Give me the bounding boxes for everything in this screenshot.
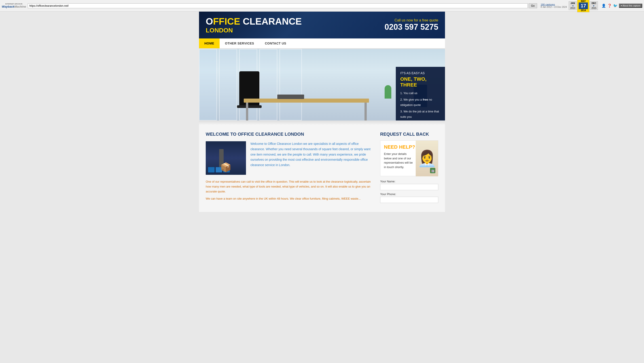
nav-list: HOME OTHER SERVICES CONTACT US (199, 38, 445, 48)
nav-link-other-services[interactable]: OTHER SERVICES (220, 38, 260, 48)
site-wrapper: OFFICE CLEARANCE LONDON Call us now for … (199, 12, 445, 212)
logo-clearance: C (243, 16, 250, 26)
name-label: Your Name: (380, 180, 438, 183)
url-bar[interactable]: Go (28, 3, 537, 8)
logo-clearance-rest: LEARANCE (250, 16, 302, 26)
nav-link-home[interactable]: HOME (199, 38, 220, 48)
go-button[interactable]: Go (528, 3, 537, 8)
robot-icon: 🤖 (430, 168, 435, 173)
hero-divider (199, 120, 445, 125)
nav-link-contact-us[interactable]: CONTACT US (260, 38, 292, 48)
keyboard (277, 94, 304, 99)
social-icons: 🐦 (613, 3, 618, 8)
img-person (219, 149, 224, 167)
year-jan[interactable]: JAN ◄ 2013 (569, 1, 577, 10)
wayback-machine-label: WaybackMachine (2, 5, 26, 8)
wayback-logo: INTERNET ARCHIVE WaybackMachine (2, 3, 26, 8)
logo-line1: OFFICE CLEARANCE (206, 16, 302, 27)
glass-panel-2 (219, 49, 237, 120)
logo-london: LONDON (206, 27, 302, 34)
img-crates (208, 167, 230, 173)
hero-section: IT'S AS EASY AS ONE, TWO, THREE 1. You c… (199, 49, 445, 120)
hero-step-3: 3. We do the job at a time that suits yo… (400, 109, 440, 119)
welcome-intro-text: Welcome to Office Clearance London we ar… (250, 141, 374, 175)
about-capture-button[interactable]: ▾ About this capture (619, 3, 642, 8)
sidebar: REQUEST CALL BACK NEED HELP? Enter your … (380, 132, 438, 205)
calendar-day: 17 (579, 2, 588, 9)
logo-office: O (206, 16, 213, 26)
contact-area: Call us now for a free quote 0203 597 52… (384, 18, 438, 32)
glass-panel-4 (260, 49, 277, 120)
office-chair-seat (237, 105, 262, 108)
hero-easy-text: IT'S AS EASY AS (400, 71, 440, 75)
site-header: OFFICE CLEARANCE LONDON Call us now for … (199, 12, 445, 38)
content-area: WELCOME TO OFFICE CLEARANCE LONDON Welco… (199, 125, 445, 212)
hero-step-2: 2. We give you a free no obligation quot… (400, 97, 440, 107)
url-input[interactable] (28, 3, 528, 8)
desk-leg-left (246, 103, 248, 120)
glass-panel-5 (280, 49, 302, 120)
plant (384, 85, 391, 99)
welcome-image (206, 141, 246, 175)
nav-item-home[interactable]: HOME (199, 38, 220, 48)
wayback-toolbar: INTERNET ARCHIVE WaybackMachine Go 166 c… (0, 0, 644, 12)
captures-date: 8 Jan 2012 – 23 Dec 2024 (541, 6, 567, 8)
desk-leg-right (364, 103, 367, 120)
phone-input[interactable] (380, 197, 438, 203)
need-help-text: Enter your details below and one of our … (384, 152, 414, 169)
ia-text: INTERNET ARCHIVE (5, 3, 22, 5)
call-free-text: Call us now for a free quote (384, 18, 438, 22)
nav-bar: HOME OTHER SERVICES CONTACT US (199, 38, 445, 49)
hero-step-1: 1. You call us (400, 90, 440, 96)
welcome-title: WELCOME TO OFFICE CLEARANCE LONDON (206, 132, 374, 137)
year-may-active[interactable]: MAY 17 2014 (577, 0, 589, 12)
logo-area: OFFICE CLEARANCE LONDON (206, 16, 302, 34)
nav-item-other-services[interactable]: OTHER SERVICES (220, 38, 260, 48)
phone-label: Your Phone: (380, 192, 438, 196)
welcome-body-text2: We can have a team on site anywhere in t… (206, 196, 374, 201)
form-group-phone: Your Phone: (380, 192, 438, 203)
phone-number[interactable]: 0203 597 5275 (384, 22, 438, 32)
callback-title: REQUEST CALL BACK (380, 132, 438, 137)
glass-panel-1 (199, 49, 217, 120)
form-group-name: Your Name: (380, 180, 438, 190)
welcome-body-text1: One of our representatives can call to v… (206, 179, 374, 194)
need-help-box: NEED HELP? Enter your details below and … (380, 140, 438, 176)
logo-london-text: LONDON (206, 27, 233, 34)
main-content: WELCOME TO OFFICE CLEARANCE LONDON Welco… (206, 132, 380, 205)
year-dec[interactable]: DEC ► 2015 (590, 1, 598, 10)
wayback-icons: 👤 ❓ 🐦 ▾ About this capture (602, 3, 642, 8)
name-input[interactable] (380, 184, 438, 190)
hero-info-box: IT'S AS EASY AS ONE, TWO, THREE 1. You c… (396, 67, 445, 120)
captures-link[interactable]: 166 captures (541, 3, 567, 6)
user-icon[interactable]: 👤 (602, 3, 606, 8)
nav-item-contact-us[interactable]: CONTACT US (260, 38, 292, 48)
help-icon[interactable]: ❓ (607, 3, 612, 8)
office-desk-top (244, 99, 369, 103)
hero-one-two-three: ONE, TWO, THREE (400, 76, 440, 88)
logo-office-c: FFICE (213, 16, 243, 26)
welcome-body: Welcome to Office Clearance London we ar… (206, 141, 374, 175)
